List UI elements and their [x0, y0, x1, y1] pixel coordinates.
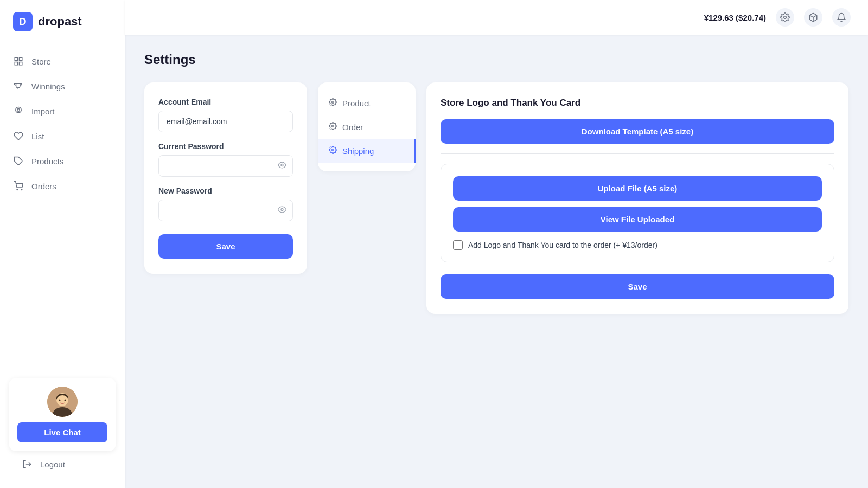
sidebar: D dropast Store Winnings Import	[0, 0, 125, 488]
winnings-icon	[13, 81, 24, 92]
svg-point-17	[281, 209, 283, 211]
current-password-eye-icon[interactable]	[278, 161, 286, 171]
upload-file-button[interactable]: Upload File (A5 size)	[453, 176, 822, 201]
orders-icon	[13, 181, 24, 191]
product-gear-icon	[329, 98, 337, 108]
sidebar-item-orders[interactable]: Orders	[0, 174, 125, 198]
svg-point-12	[65, 400, 66, 401]
menu-item-order[interactable]: Order	[318, 115, 416, 139]
list-icon	[13, 131, 24, 142]
app-name: dropast	[38, 15, 82, 29]
store-icon	[13, 56, 24, 67]
menu-item-shipping-label: Shipping	[342, 146, 374, 156]
new-password-input[interactable]	[158, 200, 293, 221]
svg-point-4	[17, 109, 20, 112]
add-logo-label: Add Logo and Thank You card to the order…	[468, 241, 658, 249]
current-password-label: Current Password	[158, 142, 293, 151]
svg-rect-3	[20, 62, 22, 65]
svg-point-7	[21, 189, 22, 190]
svg-point-20	[332, 149, 334, 151]
account-card: Account Email Current Password New Passw…	[144, 82, 307, 274]
sidebar-item-winnings[interactable]: Winnings	[0, 74, 125, 99]
sidebar-item-list[interactable]: List	[0, 124, 125, 149]
logout-icon	[22, 459, 33, 470]
sidebar-item-orders-label: Orders	[31, 182, 56, 191]
sidebar-item-store-label: Store	[31, 57, 51, 66]
account-save-button[interactable]: Save	[158, 234, 293, 259]
app-logo[interactable]: D dropast	[0, 0, 125, 43]
menu-item-order-label: Order	[342, 123, 363, 132]
settings-icon[interactable]	[776, 8, 794, 27]
sidebar-item-import[interactable]: Import	[0, 99, 125, 124]
download-template-button[interactable]: Download Template (A5 size)	[441, 119, 834, 144]
live-chat-card: Live Chat	[9, 378, 116, 451]
view-file-button[interactable]: View File Uploaded	[453, 207, 822, 232]
sidebar-bottom: Live Chat Logout	[0, 367, 125, 488]
menu-item-product[interactable]: Product	[318, 91, 416, 115]
logo-icon: D	[13, 12, 33, 31]
balance-display: ¥129.63 ($20.74)	[704, 13, 766, 22]
svg-rect-2	[15, 62, 17, 65]
sidebar-nav: Store Winnings Import List	[0, 43, 125, 367]
divider	[441, 153, 834, 154]
shipping-gear-icon	[329, 146, 337, 156]
current-password-field	[158, 155, 293, 177]
sidebar-item-logout[interactable]: Logout	[9, 451, 116, 477]
topbar: ¥129.63 ($20.74)	[125, 0, 868, 35]
upload-section: Upload File (A5 size) View File Uploaded…	[441, 164, 834, 262]
svg-point-19	[332, 125, 334, 127]
sidebar-item-store[interactable]: Store	[0, 49, 125, 74]
logo-save-button[interactable]: Save	[441, 274, 834, 299]
menu-item-product-label: Product	[342, 99, 371, 108]
settings-menu-card: Product Order Shipping	[318, 82, 416, 171]
add-logo-checkbox[interactable]	[453, 240, 463, 250]
sidebar-item-winnings-label: Winnings	[31, 82, 65, 91]
sidebar-item-import-label: Import	[31, 107, 55, 116]
main-area: ¥129.63 ($20.74) Settings Account Email …	[125, 0, 868, 488]
sidebar-item-products-label: Products	[31, 157, 63, 166]
svg-point-6	[17, 189, 18, 190]
store-logo-title: Store Logo and Thank You Card	[441, 98, 834, 108]
svg-point-18	[332, 101, 334, 104]
page-content: Settings Account Email Current Password …	[125, 35, 868, 488]
sidebar-item-list-label: List	[31, 132, 44, 141]
add-logo-row: Add Logo and Thank You card to the order…	[453, 240, 822, 250]
svg-rect-0	[15, 57, 17, 60]
box-icon[interactable]	[804, 8, 822, 27]
order-gear-icon	[329, 122, 337, 132]
logout-label: Logout	[40, 460, 65, 469]
page-title: Settings	[144, 52, 848, 67]
live-chat-button[interactable]: Live Chat	[17, 422, 107, 442]
email-input[interactable]	[158, 111, 293, 132]
new-password-eye-icon[interactable]	[278, 206, 286, 216]
products-icon	[13, 156, 24, 166]
svg-point-14	[784, 16, 787, 19]
store-logo-card: Store Logo and Thank You Card Download T…	[426, 82, 848, 314]
svg-point-16	[281, 164, 283, 166]
current-password-input[interactable]	[158, 155, 293, 177]
email-label: Account Email	[158, 98, 293, 106]
settings-layout: Account Email Current Password New Passw…	[144, 82, 848, 314]
sidebar-item-products[interactable]: Products	[0, 149, 125, 174]
bell-icon[interactable]	[832, 8, 851, 27]
import-icon	[13, 106, 24, 117]
svg-point-11	[59, 400, 61, 401]
new-password-label: New Password	[158, 187, 293, 195]
new-password-field	[158, 200, 293, 221]
svg-rect-1	[20, 57, 22, 60]
menu-item-shipping[interactable]: Shipping	[318, 139, 416, 163]
avatar	[47, 387, 78, 417]
